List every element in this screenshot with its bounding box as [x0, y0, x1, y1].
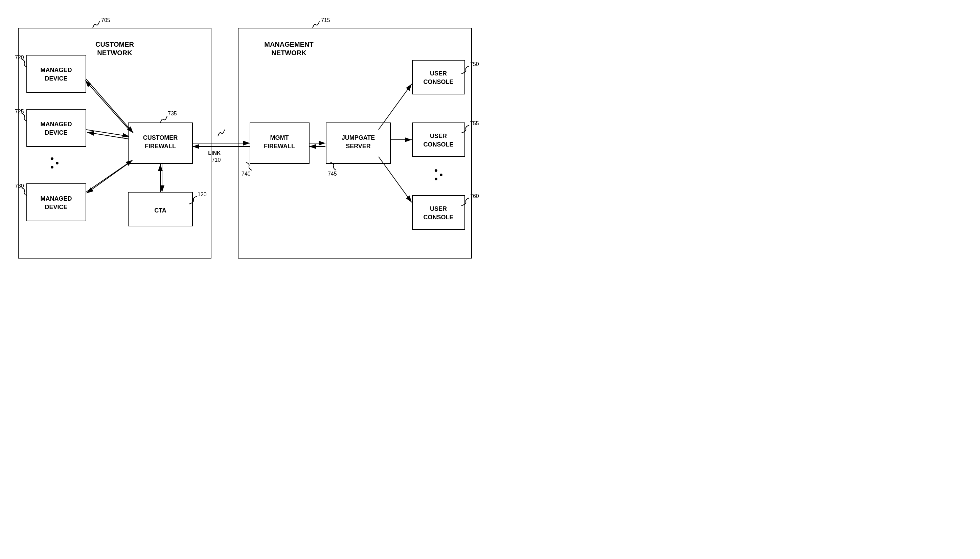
jumpgate-server-label: JUMPGATE	[342, 134, 375, 141]
user-console-1-box	[412, 60, 465, 94]
mgmt-firewall-label2: FIREWALL	[264, 143, 295, 150]
ref-705: 705	[101, 17, 110, 23]
squiggle-link	[218, 130, 224, 136]
squiggle-715	[313, 22, 319, 28]
ref-760: 760	[470, 193, 479, 199]
user-console-2-box	[412, 123, 465, 157]
ref-715: 715	[321, 17, 330, 23]
ref-730: 730	[15, 183, 24, 189]
managed-device-3-box	[27, 184, 86, 221]
customer-network-title2: NETWORK	[97, 49, 132, 56]
squiggle-705	[93, 22, 99, 28]
managed-device-2-label: MANAGED	[41, 121, 72, 127]
link-ref: 710	[212, 157, 221, 163]
user-console-2-label2: CONSOLE	[423, 141, 453, 148]
user-console-3-label: USER	[430, 205, 447, 212]
jumpgate-server-label2: SERVER	[346, 143, 371, 150]
ref-750: 750	[470, 61, 479, 67]
ref-725: 725	[15, 109, 24, 114]
diagram-container: 705 CUSTOMER NETWORK 715 MANAGEMENT NETW…	[8, 8, 482, 272]
customer-firewall-label2: FIREWALL	[145, 143, 176, 150]
managed-device-2-label2: DEVICE	[45, 129, 67, 136]
managed-device-3-label2: DEVICE	[45, 204, 67, 210]
user-console-1-label2: CONSOLE	[423, 78, 453, 85]
managed-device-1-label: MANAGED	[41, 67, 72, 73]
customer-firewall-label: CUSTOMER	[143, 134, 178, 141]
managed-device-3-label: MANAGED	[41, 195, 72, 202]
managed-device-1-label2: DEVICE	[45, 75, 67, 82]
management-network-title: MANAGEMENT	[264, 41, 313, 48]
ref-120: 120	[198, 192, 207, 197]
user-console-3-box	[412, 195, 465, 230]
user-console-3-label2: CONSOLE	[423, 214, 453, 221]
console-dots3: •	[439, 170, 443, 180]
ref-720: 720	[15, 55, 24, 60]
dots2: •	[50, 162, 54, 172]
ref-745: 745	[328, 171, 337, 177]
ref-735: 735	[168, 111, 177, 116]
cta-label: CTA	[154, 207, 167, 214]
managed-device-2-box	[27, 109, 86, 147]
ref-740: 740	[241, 171, 251, 177]
customer-network-title: CUSTOMER	[96, 41, 134, 48]
console-dots2: •	[434, 174, 438, 184]
dots3: •	[56, 158, 59, 168]
management-network-title2: NETWORK	[271, 49, 307, 56]
managed-device-1-box	[27, 55, 86, 93]
link-label: LINK	[208, 150, 221, 156]
mgmt-firewall-label: MGMT	[270, 134, 289, 141]
user-console-1-label: USER	[430, 70, 447, 77]
user-console-2-label: USER	[430, 132, 447, 139]
ref-755: 755	[470, 121, 479, 126]
